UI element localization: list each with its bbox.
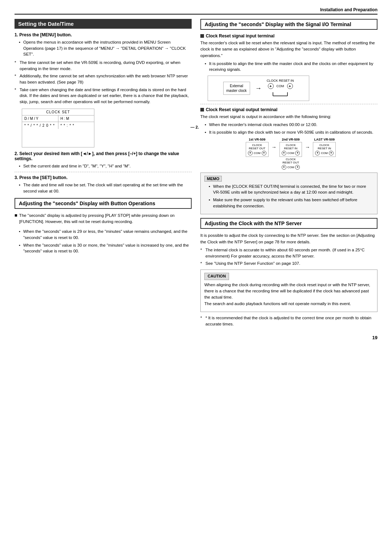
- caution-label: CAUTION: [204, 273, 229, 280]
- terminal-com3: COM: [287, 166, 294, 169]
- list-item: When the "seconds" value is 29 or less, …: [19, 228, 192, 240]
- square-bullet-icon2: [200, 108, 204, 112]
- vr509-unit2-label: 2nd VR-509: [282, 138, 299, 141]
- clock-terminals: CLOCK RESET IN + COM +: [267, 79, 294, 98]
- terminal-com1: COM: [254, 151, 261, 155]
- list-item: Make sure the power supply to the releva…: [209, 197, 373, 209]
- seconds-button-title: Adjusting the "seconds" Display with But…: [15, 198, 192, 209]
- step2-heading: 2. Select your desired item with [◄/►], …: [15, 151, 192, 161]
- unit2-out-label: CLOCKRESET OUT: [282, 158, 299, 164]
- vr509-unit3-label: LAST VR-509: [314, 138, 335, 141]
- vr509-unit2-box: CLOCKRESET IN + COM +: [279, 142, 302, 157]
- clock-set-col1: D / M / Y: [22, 116, 58, 122]
- left-column: Setting the Date/Time 1. Press the [MENU…: [15, 19, 192, 329]
- clock-set-diagram: CLOCK SET D / M / Y H : M * * / * * / 2 …: [18, 109, 192, 147]
- seconds-intro: ■ The "seconds" display is adjusted by p…: [15, 212, 192, 227]
- vr509-unit3: LAST VR-509 CLOCKRESET IN + COM +: [313, 138, 336, 157]
- terminal-plus3: +: [282, 151, 286, 155]
- clock-reset-in-terminal: +: [268, 83, 274, 89]
- square-bullet-icon: [200, 34, 204, 38]
- external-clock-diagram: External master clock → CLOCK RESET IN +…: [208, 76, 309, 101]
- vr509-terminals: + COM +: [248, 151, 266, 155]
- main-section-title: Setting the Date/Time: [15, 19, 192, 29]
- ntp-footer-note: * It is recommended that the clock is ad…: [200, 315, 377, 327]
- terminal-plus5: +: [282, 165, 286, 170]
- vr509-terminals3: + COM +: [282, 165, 300, 170]
- ntp-body: It is possible to adjust the clock by co…: [200, 232, 377, 245]
- list-item: Additionally, the time cannot be set whe…: [15, 73, 192, 85]
- clock-set-value-row: * * / * * / 2 0 * * * * : * *: [22, 122, 94, 129]
- list-item: See "Using the NTP Server Function" on p…: [200, 260, 377, 267]
- step3-bullets: The date and time will now be set. The c…: [15, 182, 192, 194]
- ntp-notes: The internal clock is accurate to within…: [200, 247, 377, 267]
- vr509-unit1-box: CLOCKRESET OUT + COM +: [246, 142, 269, 157]
- list-item: When the "seconds" value is 30 or more, …: [19, 242, 192, 254]
- caution-body: When aligning the clock during recording…: [204, 282, 373, 307]
- list-item: * It is recommended that the clock is ad…: [200, 315, 377, 327]
- step3-heading: 3. Press the [SET] button.: [15, 175, 192, 180]
- page-header: Installation and Preparation: [15, 7, 377, 15]
- step2-bullets: Set the current date and time in "D", "M…: [15, 163, 192, 169]
- seconds-signal-title: Adjusting the "seconds" Display with the…: [200, 19, 377, 30]
- list-item: It is possible to align the time with th…: [205, 61, 377, 73]
- diagram-inner: External master clock → CLOCK RESET IN +…: [211, 79, 306, 98]
- clock-reset-output-body: The clock reset signal is output in acco…: [200, 114, 377, 120]
- ntp-title: Adjusting the Clock with the NTP Server: [200, 218, 377, 229]
- vr509-terminals4: + COM +: [315, 151, 334, 155]
- vr509-terminals2: + COM +: [282, 151, 300, 155]
- list-item: When the [CLOCK RESET OUT/IN] terminal i…: [209, 183, 373, 195]
- connection-svg: [269, 90, 291, 98]
- vr509-unit1: 1st VR-509 CLOCKRESET OUT + COM +: [246, 138, 269, 157]
- header-title: Installation and Preparation: [320, 7, 377, 12]
- terminal-com2: COM: [287, 151, 294, 155]
- list-item: Set the current date and time in "D", "M…: [19, 163, 192, 169]
- clock-set-time-value: * * : * *: [58, 122, 94, 129]
- list-item: Take care when changing the date and tim…: [15, 87, 192, 105]
- vr509-unit1-label: 1st VR-509: [249, 138, 265, 141]
- terminal-plus7: +: [315, 151, 320, 155]
- clock-set-empty-area: [22, 129, 94, 147]
- terminal-plus2: +: [262, 151, 266, 155]
- list-item: Opens the menus in accordance with the i…: [19, 39, 192, 57]
- seconds-intro-text: The "seconds" display is adjusted by pre…: [19, 212, 192, 225]
- clock-reset-output-bullets: When the recorder's internal clock reach…: [200, 122, 377, 135]
- list-item: When the recorder's internal clock reach…: [205, 122, 377, 128]
- terminal-plus6: +: [295, 165, 300, 170]
- external-clock-label: External master clock: [223, 82, 250, 95]
- clock-reset-input-bullets: It is possible to align the time with th…: [200, 61, 377, 73]
- list-item: It is possible to align the clock with t…: [205, 129, 377, 135]
- clock-set-title: CLOCK SET: [22, 109, 94, 115]
- step2-marker: — 2.: [191, 125, 199, 129]
- clock-reset-input-heading: Clock Reset signal input terminal: [200, 33, 377, 39]
- seconds-button-section: Adjusting the "seconds" Display with But…: [15, 198, 192, 254]
- vr509-unit2: 2nd VR-509 CLOCKRESET IN + COM + CLOCKRE…: [279, 138, 302, 170]
- list-item: The internal clock is accurate to within…: [200, 247, 377, 259]
- vr509-unit3-box: CLOCKRESET IN + COM +: [313, 142, 336, 157]
- list-item: The time cannot be set when the VR-509E …: [15, 60, 192, 72]
- seconds-button-bullets: When the "seconds" value is 29 or less, …: [15, 228, 192, 254]
- step1-heading: 1. Press the [MENU] button.: [15, 32, 192, 37]
- page-number: 19: [15, 335, 377, 340]
- clock-set-header-row: D / M / Y H : M: [22, 115, 94, 122]
- arrow-icon: →: [255, 85, 262, 92]
- main-content: Setting the Date/Time 1. Press the [MENU…: [15, 19, 377, 329]
- memo-bullets: When the [CLOCK RESET OUT/IN] terminal i…: [204, 183, 373, 209]
- caution-box: CAUTION When aligning the clock during r…: [200, 270, 377, 312]
- terminal-plus8: +: [329, 151, 334, 155]
- divider2: [200, 104, 377, 104]
- terminal-plus4: +: [295, 151, 300, 155]
- divider1: [15, 172, 192, 172]
- com-terminal: +: [287, 83, 293, 89]
- clock-set-box: CLOCK SET D / M / Y H : M * * / * * / 2 …: [22, 109, 94, 147]
- com-label: COM: [277, 84, 284, 88]
- memo-label: MEMO: [204, 176, 222, 182]
- arrow2: →: [305, 138, 310, 150]
- connection-line: [267, 90, 294, 98]
- memo-box: MEMO When the [CLOCK RESET OUT/IN] termi…: [200, 173, 377, 215]
- right-column: Adjusting the "seconds" Display with the…: [200, 19, 377, 329]
- terminal-plus1: +: [248, 151, 253, 155]
- clock-set-date-value: * * / * * / 2 0 * *: [22, 122, 58, 129]
- arrow1: →: [271, 138, 277, 150]
- step1-bullets: Opens the menus in accordance with the i…: [15, 39, 192, 57]
- vr509-chain-diagram: 1st VR-509 CLOCKRESET OUT + COM + →: [204, 138, 377, 170]
